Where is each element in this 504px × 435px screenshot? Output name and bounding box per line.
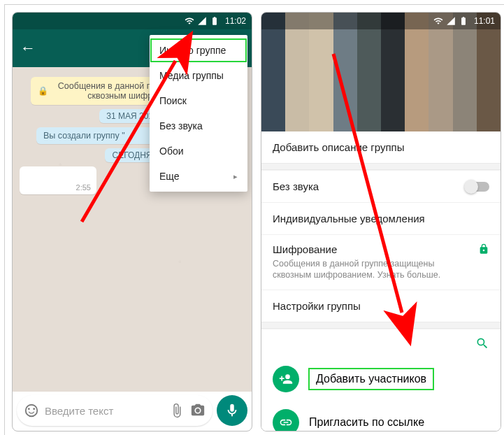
phone-chat-screen: 11:02 ← 🔒 Сообщения в данной группе защи… — [12, 12, 252, 432]
menu-search[interactable]: Поиск — [150, 88, 247, 113]
message-input-bar: Введите текст — [17, 394, 247, 427]
add-participants-label: Добавить участников — [309, 369, 433, 390]
attach-icon[interactable] — [169, 403, 185, 418]
overflow-menu: Инфо о группе Медиа группы Поиск Без зву… — [150, 35, 247, 192]
encryption-subtitle: Сообщения в данной группе защищены сквоз… — [273, 258, 489, 281]
invite-link-label: Пригласить по ссылке — [309, 416, 424, 429]
tutorial-composite: 11:02 ← 🔒 Сообщения в данной группе защи… — [4, 4, 504, 435]
signal-icon — [197, 16, 207, 26]
mic-icon — [224, 403, 240, 418]
participants-search[interactable] — [261, 329, 501, 357]
incoming-message[interactable]: 2:55 — [20, 166, 96, 194]
chevron-right-icon: ▸ — [233, 172, 238, 181]
menu-group-info[interactable]: Инфо о группе — [150, 38, 247, 63]
status-bar: 11:02 — [13, 13, 252, 29]
group-header-image[interactable]: 11:01 — [261, 13, 501, 131]
section-divider — [261, 322, 501, 329]
search-icon — [475, 341, 489, 352]
menu-mute[interactable]: Без звука — [150, 113, 247, 138]
signal-icon — [446, 16, 456, 26]
mute-row[interactable]: Без звука — [261, 170, 501, 202]
encryption-row[interactable]: Шифрование Сообщения в данной группе защ… — [261, 234, 501, 290]
status-bar: 11:01 — [261, 13, 501, 29]
battery-icon — [459, 16, 468, 26]
message-input[interactable]: Введите текст — [17, 395, 213, 426]
group-settings-row[interactable]: Настройки группы — [261, 290, 501, 322]
menu-more[interactable]: Еще▸ — [150, 164, 247, 189]
mute-toggle[interactable] — [466, 182, 489, 192]
emoji-icon[interactable] — [24, 403, 39, 418]
phone-group-info-screen: 11:01 Добавить описание группы Без звука… — [261, 12, 501, 432]
invite-link-row[interactable]: Пригласить по ссылке — [261, 401, 501, 432]
blurred-image — [261, 13, 501, 131]
lock-icon: 🔒 — [38, 86, 48, 96]
back-button[interactable]: ← — [17, 39, 39, 57]
group-info-list[interactable]: Добавить описание группы Без звука Индив… — [261, 131, 501, 431]
link-icon — [273, 409, 299, 432]
menu-group-media[interactable]: Медиа группы — [150, 63, 247, 88]
message-time: 2:55 — [76, 183, 91, 192]
status-time: 11:01 — [474, 16, 495, 26]
wifi-icon — [185, 16, 194, 26]
status-time: 11:02 — [225, 16, 246, 26]
menu-wallpaper[interactable]: Обои — [150, 138, 247, 164]
add-description-row[interactable]: Добавить описание группы — [261, 131, 501, 163]
mic-button[interactable] — [217, 395, 247, 426]
add-person-icon — [273, 366, 299, 392]
wifi-icon — [433, 16, 443, 26]
input-placeholder: Введите текст — [45, 405, 164, 417]
custom-notifications-row[interactable]: Индивидуальные уведомления — [261, 202, 501, 234]
add-participants-row[interactable]: Добавить участников — [261, 357, 501, 401]
section-divider — [261, 163, 501, 170]
lock-icon — [478, 243, 489, 257]
battery-icon — [210, 16, 219, 26]
camera-icon[interactable] — [190, 403, 206, 418]
